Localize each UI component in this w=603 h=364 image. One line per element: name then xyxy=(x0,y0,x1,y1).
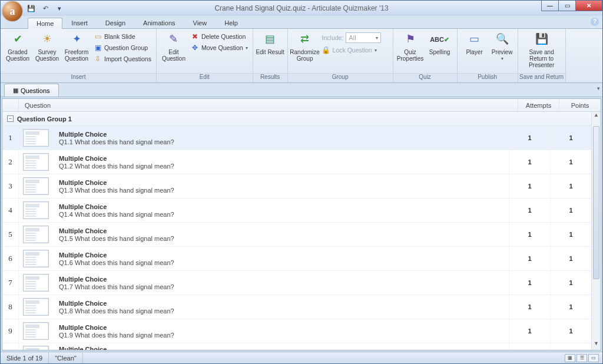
group-name: Question Group 1 xyxy=(17,115,72,123)
minimize-button[interactable]: — xyxy=(541,1,559,11)
help-icon[interactable]: ? xyxy=(591,18,599,26)
maximize-button[interactable]: ▭ xyxy=(558,1,576,11)
row-thumbnail xyxy=(19,319,53,343)
row-thumbnail xyxy=(19,198,53,222)
delete-question-button[interactable]: ✖Delete Question xyxy=(188,31,250,42)
row-attempts: 1 xyxy=(509,271,550,294)
app-name: Articulate Quizmaker '13 xyxy=(312,4,388,12)
document-filename: Crane Hand Signal Quiz.quiz xyxy=(214,4,306,12)
edit-question-button[interactable]: ✎Edit Question xyxy=(159,30,188,62)
randomize-group-button[interactable]: ⇄Randomize Group xyxy=(290,30,320,62)
row-question: Multiple ChoiceQ1.6 What does this hand … xyxy=(53,247,509,270)
view-list-icon[interactable]: ☰ xyxy=(577,354,587,362)
ribbon-group-publish: ▭Player 🔍Preview Publish xyxy=(458,29,518,82)
qat-dropdown-icon[interactable]: ▾ xyxy=(54,2,65,14)
tab-design[interactable]: Design xyxy=(97,17,134,28)
ribbon-group-group: ⇄Randomize Group Include: All 🔒Lock Ques… xyxy=(288,29,393,82)
undo-icon[interactable]: ↶ xyxy=(39,2,51,14)
row-number: 7 xyxy=(2,271,19,294)
edit-result-button[interactable]: ▤Edit Result xyxy=(256,30,285,55)
question-list: Question Attempts Points − Question Grou… xyxy=(2,98,601,350)
row-question: Multiple ChoiceQ1.7 What does this hand … xyxy=(53,271,509,294)
include-combo[interactable]: All xyxy=(346,32,381,43)
row-thumbnail xyxy=(19,247,53,270)
row-thumbnail xyxy=(19,174,53,198)
tab-home[interactable]: Home xyxy=(28,18,62,29)
freeform-question-button[interactable]: ✦Freeform Question xyxy=(62,30,91,62)
row-thumbnail xyxy=(19,150,53,174)
save-icon[interactable]: 💾 xyxy=(25,2,37,14)
rows-container: − Question Group 1 1Multiple ChoiceQ1.1 … xyxy=(2,112,591,350)
move-question-button[interactable]: ✥Move Question xyxy=(188,42,250,53)
lock-question-button[interactable]: 🔒Lock Question xyxy=(320,45,390,55)
column-question[interactable]: Question xyxy=(19,99,518,111)
row-attempts: 1 xyxy=(509,247,550,270)
title-bar: 💾 ↶ ▾ Crane Hand Signal Quiz.quiz - Arti… xyxy=(1,1,602,16)
row-attempts: 1 xyxy=(509,319,550,343)
row-number: 9 xyxy=(2,319,19,343)
app-menu-orb[interactable]: a xyxy=(2,1,22,21)
close-button[interactable]: ✕ xyxy=(575,1,602,11)
status-bar: Slide 1 of 19 "Clean" ▦ ☰ ▭ xyxy=(1,352,602,363)
blank-slide-button[interactable]: ▭Blank Slide xyxy=(91,31,154,42)
document-tabs: ▦Questions ▾ xyxy=(1,83,602,97)
player-button[interactable]: ▭Player xyxy=(460,30,489,55)
include-label: Include: All xyxy=(320,31,390,44)
collapse-icon[interactable]: − xyxy=(7,115,14,122)
question-row[interactable]: 5Multiple ChoiceQ1.5 What does this hand… xyxy=(2,223,591,247)
tabs-expand-icon[interactable]: ▾ xyxy=(597,85,600,91)
save-return-button[interactable]: 💾Save and Return to Presenter xyxy=(521,30,563,68)
tab-help[interactable]: Help xyxy=(216,17,247,28)
view-grid-icon[interactable]: ▦ xyxy=(565,354,575,362)
ribbon-group-save: 💾Save and Return to Presenter Save and R… xyxy=(518,29,566,82)
tab-insert[interactable]: Insert xyxy=(62,17,97,28)
quick-access-toolbar: 💾 ↶ ▾ xyxy=(25,2,65,14)
row-thumbnail xyxy=(19,223,53,246)
row-question: Multiple ChoiceQ1.3 What does this hand … xyxy=(53,174,509,198)
tab-view[interactable]: View xyxy=(184,17,216,28)
row-question: Multiple ChoiceQ1.8 What does this hand … xyxy=(53,295,509,319)
row-points: 1 xyxy=(550,198,591,222)
view-single-icon[interactable]: ▭ xyxy=(588,354,599,362)
vertical-scrollbar[interactable]: ▲ ▼ xyxy=(591,112,601,350)
row-number: 2 xyxy=(2,150,19,174)
question-row[interactable]: Multiple Choice xyxy=(2,343,591,350)
question-row[interactable]: 6Multiple ChoiceQ1.6 What does this hand… xyxy=(2,247,591,271)
row-attempts: 1 xyxy=(509,295,550,319)
status-slide: Slide 1 of 19 xyxy=(1,352,49,363)
question-group-header[interactable]: − Question Group 1 xyxy=(2,112,591,126)
question-group-button[interactable]: ▣Question Group xyxy=(91,42,154,53)
column-points[interactable]: Points xyxy=(559,99,601,111)
question-row[interactable]: 7Multiple ChoiceQ1.7 What does this hand… xyxy=(2,271,591,295)
import-questions-button[interactable]: ⇩Import Questions xyxy=(91,54,154,64)
ribbon-group-quiz: ⚑Quiz Properties ABC✔Spelling Quiz xyxy=(393,29,458,82)
question-row[interactable]: 8Multiple ChoiceQ1.8 What does this hand… xyxy=(2,295,591,319)
ribbon-group-edit: ✎Edit Question ✖Delete Question ✥Move Qu… xyxy=(157,29,253,82)
window-controls: — ▭ ✕ xyxy=(542,1,602,11)
spelling-button[interactable]: ABC✔Spelling xyxy=(425,30,455,55)
view-switcher: ▦ ☰ ▭ xyxy=(565,354,602,362)
question-row[interactable]: 2Multiple ChoiceQ1.2 What does this hand… xyxy=(2,150,591,174)
question-row[interactable]: 4Multiple ChoiceQ1.4 What does this hand… xyxy=(2,198,591,223)
questions-tab[interactable]: ▦Questions xyxy=(4,84,59,97)
row-thumbnail xyxy=(19,126,53,150)
quiz-properties-button[interactable]: ⚑Quiz Properties xyxy=(396,30,425,62)
scroll-thumb[interactable] xyxy=(593,126,599,279)
column-attempts[interactable]: Attempts xyxy=(518,99,559,111)
survey-question-button[interactable]: ☀Survey Question xyxy=(32,30,62,62)
question-row[interactable]: 9Multiple ChoiceQ1.9 What does this hand… xyxy=(2,319,591,343)
scroll-up-icon[interactable]: ▲ xyxy=(592,112,601,121)
question-row[interactable]: 3Multiple ChoiceQ1.3 What does this hand… xyxy=(2,174,591,198)
row-number: 1 xyxy=(2,126,19,150)
row-number: 4 xyxy=(2,198,19,222)
status-theme: "Clean" xyxy=(49,352,83,363)
row-question: Multiple ChoiceQ1.5 What does this hand … xyxy=(53,223,509,246)
row-attempts: 1 xyxy=(509,223,550,246)
graded-question-button[interactable]: ✔Graded Question xyxy=(3,30,32,62)
group-label-results: Results xyxy=(253,73,287,82)
question-row[interactable]: 1Multiple ChoiceQ1.1 What does this hand… xyxy=(2,126,591,150)
preview-button[interactable]: 🔍Preview xyxy=(489,30,515,62)
scroll-down-icon[interactable]: ▼ xyxy=(592,340,601,350)
row-number: 8 xyxy=(2,295,19,319)
tab-animations[interactable]: Animations xyxy=(134,17,184,28)
